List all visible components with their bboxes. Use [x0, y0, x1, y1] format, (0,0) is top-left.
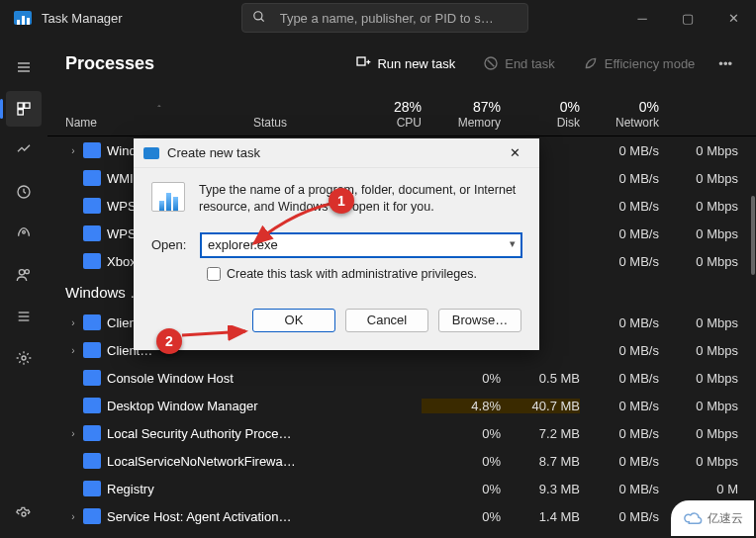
open-label: Open: — [151, 237, 191, 252]
cell-mem: 8.7 MB — [501, 454, 580, 469]
scrollbar-thumb[interactable] — [751, 196, 755, 275]
end-task-icon — [483, 55, 499, 71]
window-close[interactable]: ✕ — [710, 0, 756, 36]
svg-point-15 — [22, 356, 26, 360]
table-row[interactable]: Registry0%9.3 MB0 MB/s0 M — [47, 475, 756, 502]
efficiency-button[interactable]: Efficiency mode — [573, 49, 706, 77]
svg-point-16 — [22, 512, 26, 516]
scrollbar[interactable] — [749, 136, 755, 538]
svg-rect-5 — [18, 103, 23, 108]
expand-icon[interactable]: › — [65, 317, 81, 328]
process-name: Console Window Host — [107, 371, 344, 386]
watermark: 亿速云 — [671, 500, 754, 536]
cell-net: 0 Mbps — [659, 315, 738, 330]
cell-cpu: 0% — [422, 482, 501, 496]
cell-cpu: 0% — [422, 426, 501, 441]
expand-icon[interactable]: › — [65, 511, 81, 522]
open-dropdown-icon[interactable]: ▾ — [510, 237, 516, 250]
create-task-dialog: Create new task ✕ Type the name of a pro… — [134, 138, 539, 350]
table-row[interactable]: LocalServiceNoNetworkFirewa…0%8.7 MB0 MB… — [47, 447, 756, 475]
cell-disk: 0 MB/s — [580, 371, 659, 386]
ok-button[interactable]: OK — [252, 309, 335, 332]
col-name[interactable]: Name — [65, 116, 253, 130]
left-rail — [0, 36, 47, 538]
cell-cpu: 0% — [422, 454, 501, 469]
table-row[interactable]: Console Window Host0%0.5 MB0 MB/s0 Mbps — [47, 364, 756, 392]
svg-point-9 — [23, 230, 26, 233]
search-icon — [252, 10, 266, 27]
cell-cpu: 0% — [422, 371, 501, 386]
col-status[interactable]: Status — [253, 116, 342, 130]
cell-net: 0 Mbps — [659, 143, 738, 158]
process-name: Registry — [107, 482, 344, 496]
cell-net: 0 Mbps — [659, 199, 738, 214]
titlebar: Task Manager Type a name, publisher, or … — [0, 0, 756, 36]
cell-net: 0 Mbps — [659, 399, 738, 413]
cell-net: 0 M — [659, 482, 738, 496]
nav-performance[interactable] — [6, 133, 42, 168]
cell-disk: 0 MB/s — [580, 171, 659, 186]
cell-disk: 0 MB/s — [580, 315, 659, 330]
process-name: Desktop Window Manager — [107, 399, 344, 413]
process-icon — [83, 170, 101, 186]
col-cpu[interactable]: 28%CPU — [342, 99, 422, 130]
nav-services[interactable] — [6, 340, 42, 376]
col-disk[interactable]: 0%Disk — [501, 99, 580, 130]
svg-line-1 — [260, 18, 263, 21]
cell-disk: 0 MB/s — [580, 399, 659, 413]
cell-disk: 0 MB/s — [580, 509, 659, 524]
col-mem[interactable]: 87%Memory — [422, 99, 501, 130]
nav-hamburger[interactable] — [6, 49, 42, 85]
open-input[interactable] — [201, 233, 521, 257]
nav-details[interactable] — [6, 299, 42, 334]
page-title: Processes — [65, 53, 154, 74]
cell-disk: 0 MB/s — [580, 482, 659, 496]
annotation-step-1: 1 — [329, 188, 354, 214]
sort-chevron-up-icon[interactable]: ˆ — [65, 105, 253, 116]
process-icon — [83, 342, 101, 358]
cell-mem: 9.3 MB — [501, 482, 580, 496]
cell-cpu: 0% — [422, 509, 501, 524]
more-button[interactable]: ••• — [712, 50, 738, 77]
process-icon — [83, 508, 101, 524]
window-minimize[interactable]: ─ — [619, 0, 665, 36]
cell-disk: 0 MB/s — [580, 226, 659, 241]
dialog-close[interactable]: ✕ — [500, 145, 529, 160]
run-new-task-button[interactable]: Run new task — [345, 49, 465, 77]
table-row[interactable]: Desktop Window Manager4.8%40.7 MB0 MB/s0… — [47, 392, 756, 419]
svg-rect-6 — [25, 103, 30, 108]
cell-mem: 1.4 MB — [501, 509, 580, 524]
process-icon — [83, 253, 101, 269]
expand-icon[interactable]: › — [65, 145, 81, 156]
process-icon — [83, 225, 101, 241]
end-task-button[interactable]: End task — [473, 49, 565, 77]
admin-checkbox[interactable] — [207, 267, 221, 281]
search-box[interactable]: Type a name, publisher, or PID to s… — [241, 3, 528, 33]
cell-disk: 0 MB/s — [580, 343, 659, 358]
process-icon — [83, 370, 101, 386]
cell-disk: 0 MB/s — [580, 254, 659, 269]
window-maximize[interactable]: ▢ — [665, 0, 710, 36]
nav-history[interactable] — [6, 174, 42, 210]
browse-button[interactable]: Browse… — [438, 309, 521, 332]
cell-disk: 0 MB/s — [580, 199, 659, 214]
app-title: Task Manager — [42, 11, 123, 26]
process-name: LocalServiceNoNetworkFirewa… — [107, 454, 344, 469]
cell-net: 0 Mbps — [659, 226, 738, 241]
nav-startup[interactable] — [6, 216, 42, 251]
dialog-description: Type the name of a program, folder, docu… — [199, 182, 521, 216]
table-row[interactable]: ›Local Security Authority Proce…0%7.2 MB… — [47, 419, 756, 447]
cell-net: 0 Mbps — [659, 343, 738, 358]
dialog-title: Create new task — [167, 145, 260, 160]
nav-users[interactable] — [6, 257, 42, 293]
svg-point-0 — [253, 11, 261, 19]
nav-processes[interactable] — [6, 91, 42, 127]
nav-settings[interactable] — [6, 496, 42, 532]
expand-icon[interactable]: › — [65, 345, 81, 356]
table-row[interactable]: ›Service Host: Agent Activation…0%1.4 MB… — [47, 502, 756, 530]
process-icon — [83, 398, 101, 413]
col-net[interactable]: 0%Network — [580, 99, 659, 130]
cancel-button[interactable]: Cancel — [345, 309, 428, 332]
process-icon — [83, 142, 101, 158]
expand-icon[interactable]: › — [65, 428, 81, 439]
